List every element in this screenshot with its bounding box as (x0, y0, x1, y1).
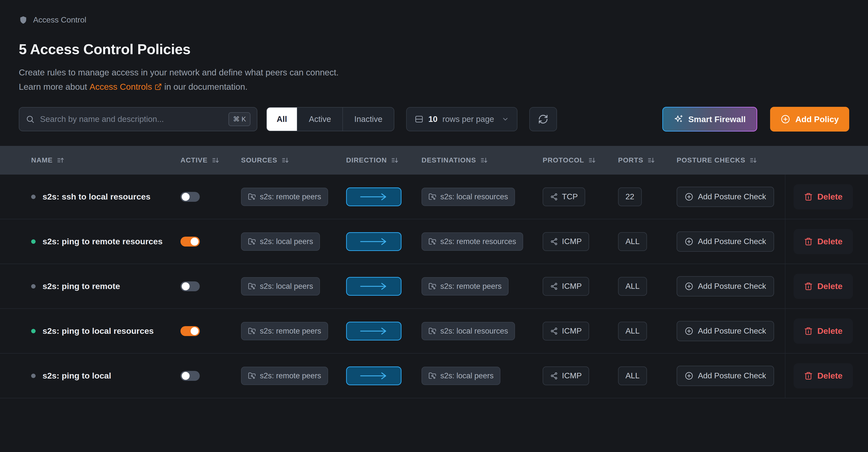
source-group-chip[interactable]: s2s: local peers (241, 277, 320, 296)
ports-chip: 22 (618, 187, 642, 206)
arrow-right-icon (355, 193, 392, 201)
destination-group-chip[interactable]: s2s: local resources (422, 188, 515, 206)
policy-name: s2s: ping to remote (42, 281, 120, 291)
search-shortcut-badge: ⌘ K (228, 112, 250, 126)
learn-more-suffix: in our documentation. (164, 82, 248, 91)
active-toggle[interactable] (181, 237, 200, 246)
active-toggle[interactable] (181, 281, 200, 291)
column-header-posture-checks[interactable]: POSTURE CHECKS (677, 156, 785, 164)
plus-circle-icon (685, 282, 693, 291)
plus-circle-icon (780, 114, 790, 124)
policy-row: s2s: ping to remote s2s: local peers s2s… (0, 264, 868, 309)
sort-icon (281, 156, 289, 164)
column-header-direction[interactable]: DIRECTION (346, 156, 422, 164)
source-group-chip[interactable]: s2s: local peers (241, 233, 320, 251)
tab-inactive[interactable]: Inactive (343, 108, 394, 131)
add-policy-button[interactable]: Add Policy (770, 107, 849, 131)
sort-icon (647, 156, 655, 164)
folder-git-icon (248, 372, 256, 380)
column-header-sources[interactable]: SOURCES (241, 156, 346, 164)
add-posture-check-button[interactable]: Add Posture Check (677, 232, 774, 252)
refresh-button[interactable] (529, 107, 557, 131)
search-input[interactable] (40, 115, 223, 124)
delete-button[interactable]: Delete (794, 319, 853, 344)
policy-row: s2s: ssh to local resources s2s: remote … (0, 175, 868, 219)
add-posture-check-button[interactable]: Add Posture Check (677, 321, 774, 341)
sort-icon (391, 156, 399, 164)
destination-group-chip[interactable]: s2s: local resources (422, 322, 515, 340)
access-controls-doc-link[interactable]: Access Controls (90, 80, 162, 94)
description-line-1: Create rules to manage access in your ne… (19, 65, 849, 80)
folder-git-icon (428, 282, 436, 290)
folder-git-icon (248, 193, 256, 201)
delete-button[interactable]: Delete (794, 229, 853, 254)
delete-button[interactable]: Delete (794, 274, 853, 299)
breadcrumb[interactable]: Access Control (19, 15, 849, 25)
direction-button[interactable] (346, 187, 402, 206)
page-title: 5 Access Control Policies (19, 41, 849, 57)
add-posture-check-button[interactable]: Add Posture Check (677, 366, 774, 386)
column-header-protocol[interactable]: PROTOCOL (542, 156, 618, 164)
table-header-row: NAME ACTIVE SOURCES DIRECTION DESTINATIO… (0, 146, 868, 175)
ports-chip: ALL (618, 232, 647, 251)
column-header-active[interactable]: ACTIVE (181, 156, 241, 164)
add-posture-check-button[interactable]: Add Posture Check (677, 276, 774, 297)
destination-group-chip[interactable]: s2s: remote resources (422, 233, 523, 251)
column-header-ports[interactable]: PORTS (618, 156, 677, 164)
destination-group-chip[interactable]: s2s: remote peers (422, 277, 508, 296)
destination-group-chip[interactable]: s2s: local peers (422, 367, 500, 385)
chevron-down-icon (502, 116, 509, 123)
smart-firewall-button[interactable]: Smart Firewall (662, 107, 757, 131)
rows-per-page-select[interactable]: 10 rows per page (406, 107, 518, 131)
share-nodes-icon (550, 193, 558, 201)
status-dot (31, 329, 36, 333)
share-nodes-icon (550, 238, 558, 245)
policy-name: s2s: ssh to local resources (42, 192, 151, 202)
active-toggle[interactable] (181, 192, 200, 202)
policy-row: s2s: ping to local resources s2s: remote… (0, 309, 868, 354)
active-toggle[interactable] (181, 326, 200, 336)
trash-icon (804, 327, 813, 335)
column-header-name[interactable]: NAME (0, 156, 181, 164)
tab-all[interactable]: All (267, 108, 298, 131)
plus-circle-icon (685, 371, 693, 380)
delete-button[interactable]: Delete (794, 363, 853, 388)
status-dot (31, 373, 36, 378)
shield-icon (19, 16, 28, 25)
policies-table: NAME ACTIVE SOURCES DIRECTION DESTINATIO… (0, 146, 868, 398)
search-bar[interactable]: ⌘ K (19, 107, 257, 131)
protocol-chip: ICMP (542, 232, 589, 251)
learn-more-prefix: Learn more about (19, 82, 87, 91)
direction-button[interactable] (346, 366, 402, 385)
active-toggle[interactable] (181, 371, 200, 381)
sort-icon (212, 156, 220, 164)
source-group-chip[interactable]: s2s: remote peers (241, 322, 328, 340)
trash-icon (804, 192, 813, 201)
direction-button[interactable] (346, 232, 402, 251)
folder-git-icon (248, 327, 256, 335)
arrow-right-icon (355, 327, 392, 335)
access-control-page: Access Control 5 Access Control Policies… (0, 0, 868, 452)
status-dot (31, 284, 36, 289)
column-header-destinations[interactable]: DESTINATIONS (422, 156, 542, 164)
toggle-knob (182, 372, 190, 380)
folder-git-icon (428, 372, 436, 380)
direction-button[interactable] (346, 322, 402, 340)
external-link-icon (155, 83, 162, 90)
plus-circle-icon (685, 327, 693, 335)
trash-icon (804, 282, 813, 291)
rows-per-page-count: 10 (428, 115, 438, 124)
search-icon (26, 115, 35, 124)
add-posture-check-button[interactable]: Add Posture Check (677, 187, 774, 207)
policy-row: s2s: ping to remote resources s2s: local… (0, 219, 868, 264)
tab-active[interactable]: Active (298, 108, 343, 131)
share-nodes-icon (550, 372, 558, 380)
source-group-chip[interactable]: s2s: remote peers (241, 188, 328, 206)
source-group-chip[interactable]: s2s: remote peers (241, 367, 328, 385)
delete-button[interactable]: Delete (794, 184, 853, 209)
toggle-knob (191, 327, 198, 335)
sort-icon (588, 156, 596, 164)
trash-icon (804, 237, 813, 246)
breadcrumb-label: Access Control (33, 15, 86, 25)
direction-button[interactable] (346, 277, 402, 296)
